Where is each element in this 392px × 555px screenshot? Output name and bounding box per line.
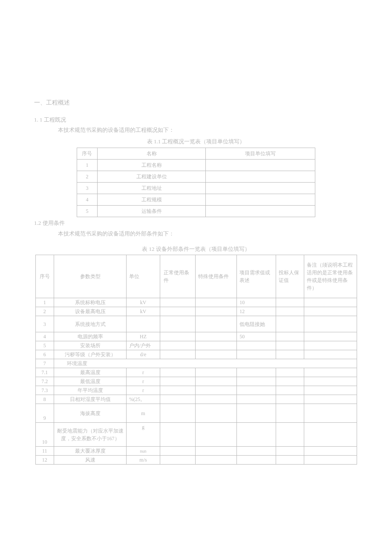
cell: 5 [35, 341, 54, 350]
cell [160, 423, 196, 447]
table-row: 2设备最高电压kV12 [35, 307, 357, 316]
cell [237, 377, 276, 386]
cell: 2 [35, 307, 54, 316]
table-1-header-val: 项目单位填写 [206, 148, 315, 159]
table-row: 10耐受地震能力（对应水平加速度，安全系数不小于167）g [35, 423, 357, 447]
th-param: 参数类型 [54, 255, 127, 298]
cell: r [126, 377, 160, 386]
cell-val [206, 171, 315, 182]
cell: 污秽等级（户外安装） [54, 350, 127, 359]
cell [276, 423, 304, 447]
cell: 7.2 [35, 377, 54, 386]
cell-idx: 3 [77, 182, 98, 194]
cell [304, 456, 357, 465]
cell [276, 404, 304, 423]
cell [304, 316, 357, 332]
cell [160, 316, 196, 332]
cell-val [206, 159, 315, 171]
table-row: 4电源的频率HZ50 [35, 332, 357, 341]
cell [304, 368, 357, 377]
cell-name: 工程规模 [97, 194, 206, 205]
cell [195, 386, 237, 395]
table-row: 1工程名称 [77, 159, 315, 171]
cell [304, 423, 357, 447]
cell [160, 395, 196, 404]
cell [195, 341, 237, 350]
th-special: 特殊使用条件 [195, 255, 237, 298]
cell: 最高温度 [54, 368, 127, 377]
cell [276, 298, 304, 307]
cell [160, 368, 196, 377]
th-idx: 序号 [35, 255, 54, 298]
cell: 年平均温度 [54, 386, 127, 395]
cell [195, 316, 237, 332]
cell: 12 [35, 456, 54, 465]
cell: 10 [237, 298, 276, 307]
th-unit: 单位 [126, 255, 160, 298]
table-row: 7.3年平均温度r [35, 386, 357, 395]
cell: 7.3 [35, 386, 54, 395]
cell: 10 [35, 423, 54, 447]
cell: 耐受地震能力（对应水平加速度，安全系数不小于167） [54, 423, 127, 447]
table-row: 5安装场所户内/户外 [35, 341, 357, 350]
cell [160, 456, 196, 465]
cell [160, 386, 196, 395]
cell: 户内/户外 [126, 341, 160, 350]
subsection-1-1-label: 1. 1 工程既况 [34, 116, 358, 124]
cell: %(25。 [126, 395, 160, 404]
table-1-header-idx: 序号 [77, 148, 98, 159]
cell: 7.1 [35, 368, 54, 377]
cell [237, 395, 276, 404]
cell: 海拔高度 [54, 404, 127, 423]
cell [304, 332, 357, 341]
table-row: 5运输条件 [77, 205, 315, 217]
subsection-1-2-label: 1.2 使用条件 [34, 219, 358, 227]
cell [195, 368, 237, 377]
cell: 低电阻接她 [237, 316, 276, 332]
table-2-caption: 表 12 设备外部条件一览表（项目单位填写） [34, 245, 358, 253]
cell: 环境温度 [54, 359, 357, 368]
cell [304, 395, 357, 404]
cell [276, 332, 304, 341]
cell: 系统接地方式 [54, 316, 127, 332]
cell [160, 404, 196, 423]
cell [304, 404, 357, 423]
cell-name: 工程地址 [97, 182, 206, 194]
cell [276, 368, 304, 377]
cell: 7 [35, 359, 54, 368]
cell-idx: 5 [77, 205, 98, 217]
cell: kV [126, 298, 160, 307]
cell: 3 [35, 316, 54, 332]
cell: HZ [126, 332, 160, 341]
cell: 8 [35, 395, 54, 404]
table-row: 7.1最高温度r [35, 368, 357, 377]
cell [160, 298, 196, 307]
cell [195, 447, 237, 456]
cell [195, 307, 237, 316]
section-heading: 一、工程概述 [34, 98, 358, 107]
cell [195, 298, 237, 307]
cell [237, 341, 276, 350]
cell: 6 [35, 350, 54, 359]
cell [237, 447, 276, 456]
table-row: 2工程建设单位 [77, 171, 315, 182]
cell [304, 341, 357, 350]
cell: 最大覆冰厚度 [54, 447, 127, 456]
cell [276, 395, 304, 404]
cell [195, 350, 237, 359]
cell [304, 377, 357, 386]
cell [160, 332, 196, 341]
table-2-header-row: 序号 参数类型 单位 正常使用条件 特殊使用条件 项目需求值或表述 投标人保证值… [35, 255, 357, 298]
cell: kV [126, 307, 160, 316]
table-1-header-row: 序号 名称 项目单位填写 [77, 148, 315, 159]
cell-val [206, 194, 315, 205]
cell [237, 423, 276, 447]
cell [195, 377, 237, 386]
cell: 最低温度 [54, 377, 127, 386]
cell-name: 工程建设单位 [97, 171, 206, 182]
table-row: 7.2最低温度r [35, 377, 357, 386]
table-row: 8日相对湿度平均值%(25。 [35, 395, 357, 404]
table-row: 3工程地址 [77, 182, 315, 194]
cell [195, 456, 237, 465]
table-row: 11最大覆冰厚度nun [35, 447, 357, 456]
